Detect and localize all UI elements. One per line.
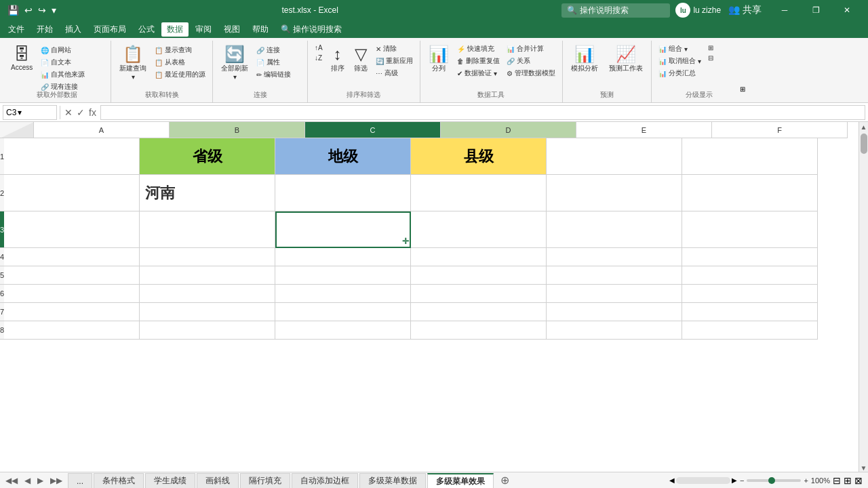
cell-B2[interactable]: 河南	[140, 175, 275, 211]
col-header-A[interactable]: A	[34, 122, 170, 138]
formula-input[interactable]	[100, 105, 865, 120]
group-button[interactable]: 📊 组合 ▾	[656, 43, 704, 54]
cell-A4[interactable]	[4, 248, 140, 266]
manage-data-button[interactable]: ⚙ 管理数据模型	[504, 68, 558, 79]
web-button[interactable]: 🌐 自网站	[38, 45, 87, 56]
sheet-tab-menu-effect[interactable]: 多级菜单效果	[427, 473, 494, 488]
show-query-button[interactable]: 📋 显示查询	[152, 45, 208, 56]
formula-confirm-button[interactable]: ✓	[75, 106, 86, 119]
cell-E5[interactable]	[547, 266, 682, 285]
sheet-tab-menu-data[interactable]: 多级菜单数据	[359, 473, 426, 488]
cell-ref-dropdown[interactable]: ▾	[18, 108, 22, 117]
save-button[interactable]: 💾	[5, 3, 21, 17]
relations-button[interactable]: 🔗 关系	[504, 56, 558, 66]
zoom-slider[interactable]	[747, 479, 801, 482]
cell-D5[interactable]	[411, 266, 547, 285]
cell-A6[interactable]	[4, 285, 140, 303]
edit-links-button[interactable]: ✏ 编辑链接	[254, 69, 294, 80]
sheet-tab-grades[interactable]: 学生成绩	[145, 473, 195, 488]
menu-search-action[interactable]: 🔍 操作说明搜索	[275, 22, 347, 37]
zoom-in-button[interactable]: +	[804, 476, 808, 485]
undo-button[interactable]: ↩	[22, 3, 35, 17]
cell-F7[interactable]	[682, 303, 818, 321]
sheet-tab-conditions[interactable]: 条件格式	[94, 473, 144, 488]
cell-B1[interactable]: 省级	[140, 138, 275, 175]
recent-sources-button[interactable]: 📋 最近使用的源	[152, 69, 208, 80]
cell-E8[interactable]	[547, 321, 682, 340]
cell-E4[interactable]	[547, 248, 682, 266]
formula-cancel-button[interactable]: ✕	[63, 106, 74, 119]
cell-C3[interactable]: ✛	[275, 211, 411, 248]
new-query-button[interactable]: 📋 新建查询 ▾	[115, 42, 151, 83]
h-scroll-right[interactable]: ▶	[732, 476, 737, 484]
clear-button[interactable]: ✕ 清除	[373, 43, 416, 54]
cell-E2[interactable]	[547, 175, 682, 211]
cell-A2[interactable]	[4, 175, 140, 211]
menu-file[interactable]: 文件	[3, 22, 30, 37]
cell-C4[interactable]	[275, 248, 411, 266]
cell-A3[interactable]	[4, 211, 140, 248]
redo-button[interactable]: ↪	[36, 3, 48, 17]
collapse-button[interactable]: ⊟	[705, 54, 716, 62]
sheet-tab-fill[interactable]: 隔行填充	[240, 473, 290, 488]
cell-C8[interactable]	[275, 321, 411, 340]
sort-asc-button[interactable]: ↑A	[312, 43, 326, 52]
refresh-all-button[interactable]: 🔄 全部刷新 ▾	[217, 42, 252, 83]
menu-review[interactable]: 审阅	[190, 22, 217, 37]
search-box[interactable]: 🔍 操作说明搜索	[561, 3, 670, 18]
sort-button[interactable]: ↕ 排序	[327, 42, 349, 76]
sheet-tab-auto-border[interactable]: 自动添加边框	[292, 473, 358, 488]
vertical-scrollbar[interactable]: ▲ ▼	[859, 122, 868, 472]
page-break-view-button[interactable]: ⊠	[854, 475, 863, 486]
properties-button[interactable]: 📄 属性	[254, 57, 294, 68]
remove-dup-button[interactable]: 🗑 删除重复值	[454, 56, 502, 66]
zoom-out-button[interactable]: −	[740, 476, 744, 485]
quick-fill-button[interactable]: ⚡ 快速填充	[454, 43, 502, 54]
consolidate-button[interactable]: 📊 合并计算	[504, 43, 558, 54]
cell-B6[interactable]	[140, 285, 275, 303]
col-header-F[interactable]: F	[712, 122, 848, 138]
menu-insert[interactable]: 插入	[60, 22, 87, 37]
cell-B7[interactable]	[140, 303, 275, 321]
subtotal-button[interactable]: 📊 分类汇总	[656, 68, 704, 79]
cell-E3[interactable]	[547, 211, 682, 248]
cell-D1[interactable]: 县级	[411, 138, 547, 175]
cell-F5[interactable]	[682, 266, 818, 285]
scroll-down-button[interactable]: ▼	[861, 464, 867, 472]
col-header-D[interactable]: D	[441, 122, 576, 138]
outline-expand-button[interactable]: ⊞	[740, 85, 745, 93]
menu-page-layout[interactable]: 页面布局	[88, 22, 132, 37]
expand-button[interactable]: ⊞	[705, 43, 716, 52]
cell-C6[interactable]	[275, 285, 411, 303]
filter-button[interactable]: ▽ 筛选	[350, 42, 372, 76]
restore-button[interactable]: ❐	[800, 0, 831, 20]
h-scroll-left[interactable]: ◀	[669, 476, 675, 484]
what-if-button[interactable]: 📊 模拟分析	[567, 42, 602, 76]
cell-A8[interactable]	[4, 321, 140, 340]
minimize-button[interactable]: ─	[769, 0, 800, 20]
col-header-C[interactable]: C	[305, 122, 441, 138]
reapply-button[interactable]: 🔄 重新应用	[373, 56, 416, 66]
cell-C5[interactable]	[275, 266, 411, 285]
cell-E1[interactable]	[547, 138, 682, 175]
scroll-up-button[interactable]: ▲	[861, 123, 867, 131]
close-button[interactable]: ✕	[831, 0, 863, 20]
cell-D3[interactable]	[411, 211, 547, 248]
menu-help[interactable]: 帮助	[247, 22, 274, 37]
text-button[interactable]: 📄 自文本	[38, 57, 87, 68]
cell-reference-box[interactable]: C3 ▾	[3, 105, 57, 120]
cell-F4[interactable]	[682, 248, 818, 266]
cell-D7[interactable]	[411, 303, 547, 321]
add-sheet-button[interactable]: ⊕	[495, 472, 515, 488]
page-layout-view-button[interactable]: ⊞	[844, 475, 852, 486]
quick-access-dropdown[interactable]: ▾	[50, 3, 58, 17]
connections-button[interactable]: 🔗 连接	[254, 45, 294, 56]
cell-E7[interactable]	[547, 303, 682, 321]
cell-F6[interactable]	[682, 285, 818, 303]
cell-B5[interactable]	[140, 266, 275, 285]
cell-C2[interactable]	[275, 175, 411, 211]
share-button[interactable]: 👥 共享	[726, 3, 764, 18]
cell-D4[interactable]	[411, 248, 547, 266]
cell-D8[interactable]	[411, 321, 547, 340]
sort-desc-button[interactable]: ↓Z	[312, 54, 326, 62]
